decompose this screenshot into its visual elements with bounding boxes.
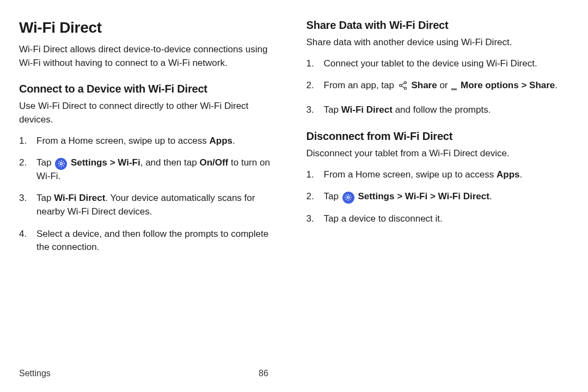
list-item: Tap Settings > Wi-Fi > Wi-Fi Direct. [307, 190, 567, 204]
share-label: Share [411, 80, 437, 90]
connect-intro: Use Wi-Fi Direct to connect directly to … [19, 100, 279, 126]
svg-line-4 [401, 83, 405, 85]
intro-text: Wi-Fi Direct allows direct device-to-dev… [19, 43, 279, 70]
svg-point-1 [404, 82, 406, 84]
left-column: Wi-Fi Direct Wi-Fi Direct allows direct … [19, 19, 279, 263]
step-text: Tap [324, 105, 341, 115]
page-title: Wi-Fi Direct [19, 19, 279, 36]
footer-page-number: 86 [259, 369, 268, 378]
onoff-label: On/Off [199, 157, 228, 168]
disconnect-steps: From a Home screen, swipe up to access A… [307, 168, 567, 226]
step-text: and follow the prompts. [393, 105, 491, 115]
share-intro: Share data with another device using Wi-… [307, 36, 567, 50]
step-text: Tap [324, 191, 341, 201]
settings-icon [55, 158, 67, 170]
settings-wifi-label: Settings > Wi-Fi [71, 157, 140, 168]
apps-label: Apps [497, 169, 520, 180]
step-text: Select a device, and then follow the pro… [36, 229, 268, 253]
list-item: Select a device, and then follow the pro… [19, 228, 279, 254]
disconnect-heading: Disconnect from Wi-Fi Direct [307, 130, 567, 143]
list-item: Tap Settings > Wi-Fi, and then tap On/Of… [19, 156, 279, 183]
apps-label: Apps [209, 136, 232, 146]
step-text: . [489, 191, 492, 201]
step-text: , and then tap [140, 157, 200, 168]
list-item: Tap Wi-Fi Direct. Your device automatica… [19, 192, 279, 218]
svg-point-0 [60, 163, 62, 165]
list-item: Connect your tablet to the device using … [307, 57, 567, 71]
step-text: . [232, 136, 235, 146]
connect-heading: Connect to a Device with Wi-Fi Direct [19, 83, 279, 95]
step-text: From a Home screen, swipe up to access [324, 169, 497, 180]
step-text: Tap [36, 157, 54, 168]
disconnect-intro: Disconnect your tablet from a Wi-Fi Dire… [307, 147, 567, 161]
share-heading: Share Data with Wi-Fi Direct [307, 19, 567, 32]
list-item: From a Home screen, swipe up to access A… [19, 134, 279, 148]
settings-wifi-direct-label: Settings > Wi-Fi > Wi-Fi Direct [358, 191, 489, 201]
step-text: Tap a device to disconnect it. [324, 213, 443, 224]
step-text: From a Home screen, swipe up to access [36, 136, 209, 146]
svg-line-5 [401, 86, 405, 88]
step-text: . [555, 80, 558, 90]
step-text: From an app, tap [324, 80, 397, 90]
settings-icon [342, 192, 354, 204]
wifi-direct-label: Wi-Fi Direct [341, 105, 393, 115]
step-text: Connect your tablet to the device using … [324, 58, 537, 69]
svg-point-3 [404, 88, 406, 90]
right-column: Share Data with Wi-Fi Direct Share data … [307, 19, 567, 263]
list-item: From an app, tap Share or More options >… [307, 79, 567, 95]
footer-section: Settings [19, 369, 51, 378]
share-icon [398, 81, 408, 90]
list-item: Tap Wi-Fi Direct and follow the prompts. [307, 103, 567, 117]
step-text: Tap [36, 193, 54, 203]
svg-point-2 [399, 84, 401, 87]
share-steps: Connect your tablet to the device using … [307, 57, 567, 117]
svg-point-6 [347, 197, 350, 199]
connect-steps: From a Home screen, swipe up to access A… [19, 134, 279, 254]
wifi-direct-label: Wi-Fi Direct [54, 193, 105, 203]
page-footer: Settings 86 [19, 369, 564, 378]
step-text: . [519, 169, 522, 180]
content-columns: Wi-Fi Direct Wi-Fi Direct allows direct … [19, 19, 566, 263]
more-options-icon [451, 84, 457, 95]
list-item: From a Home screen, swipe up to access A… [307, 168, 567, 182]
more-options-share-label: More options > Share [461, 80, 555, 90]
list-item: Tap a device to disconnect it. [307, 212, 567, 226]
step-text: or [437, 80, 451, 90]
